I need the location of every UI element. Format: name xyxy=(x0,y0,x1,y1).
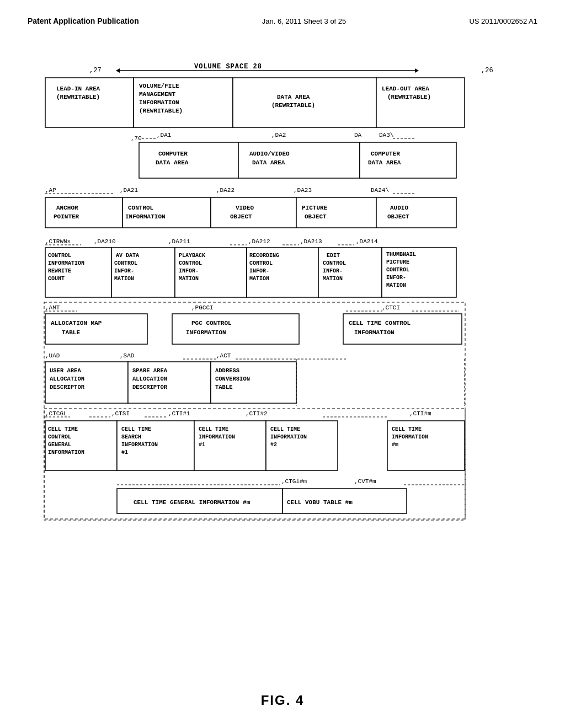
av-data-text1: AV DATA xyxy=(116,253,139,259)
audio-video-text2: DATA AREA xyxy=(252,159,285,166)
ctim-text2: INFORMATION xyxy=(392,434,428,440)
picture-text2: OBJECT xyxy=(305,213,327,220)
ref-27: ,27 xyxy=(89,67,102,74)
cti1-text3: #1 xyxy=(199,442,205,448)
ctcgl-text1: CELL TIME xyxy=(48,426,78,432)
recording-text4: MATION xyxy=(249,276,269,282)
video-text1: VIDEO xyxy=(236,205,254,211)
playback-text2: CONTROL xyxy=(179,260,202,266)
data-area-text2: (REWRITABLE) xyxy=(271,102,315,109)
cti2-text2: INFORMATION xyxy=(270,434,307,440)
da210-label: ,DA210 xyxy=(94,238,116,245)
header: Patent Application Publication Jan. 6, 2… xyxy=(28,17,537,25)
ctcgl-text3: GENERAL xyxy=(48,442,71,448)
cti2-text3: #2 xyxy=(270,442,277,448)
lead-in-text1: LEAD-IN AREA xyxy=(56,85,100,92)
ref-amt: ,AMT xyxy=(45,304,60,311)
computer-data2-text1: COMPUTER xyxy=(371,151,400,157)
ref-ctcgl: ,CTCGL xyxy=(45,410,67,417)
da211-label: ,DA211 xyxy=(168,238,190,245)
ref-cvtm: ,CVT#m xyxy=(354,478,376,485)
edit-text2: CONTROL xyxy=(323,260,346,266)
ctcgl-text4: INFORMATION xyxy=(48,449,84,456)
ctci-text1: CELL TIME CONTROL xyxy=(349,320,411,326)
allocation-map-box xyxy=(45,314,147,344)
diagram-svg: ,27 VOLUME SPACE 28 ,26 LEAD-IN AREA (RE… xyxy=(29,47,536,682)
ctcgl-text2: CONTROL xyxy=(48,434,71,440)
ctrl-info-text2: INFORMATION xyxy=(125,213,166,220)
ctrl-rw-text4: COUNT xyxy=(48,276,65,282)
thumbnail-text4: INFOR- xyxy=(386,275,406,281)
da213-label: ,DA213 xyxy=(300,238,322,245)
cvt-text: CELL VOBU TABLE #m xyxy=(287,499,353,506)
vol-file-text2: MANAGEMENT xyxy=(139,91,175,98)
da23-label: ,DA23 xyxy=(294,187,312,194)
addr-conv-text1: ADDRESS xyxy=(215,367,239,374)
computer-data-text2: DATA AREA xyxy=(156,159,189,166)
computer-data-text1: COMPUTER xyxy=(158,151,188,157)
control-info-box xyxy=(122,197,211,228)
addr-conv-text3: TABLE xyxy=(215,384,233,390)
edit-text1: EDIT xyxy=(327,253,340,259)
ref-cirwns: ,CIRWNs xyxy=(45,238,71,245)
anchor-text1: ANCHOR xyxy=(56,205,78,211)
user-area-text1: USER AREA xyxy=(50,367,81,374)
spare-area-text3: DESCRIPTOR xyxy=(132,384,168,390)
header-patent-num: US 2011/0002652 A1 xyxy=(469,17,537,25)
ref-cti1: ,CTI#1 xyxy=(168,410,190,417)
da212-label: ,DA212 xyxy=(248,238,270,245)
ref-ap: ,AP xyxy=(45,187,56,194)
arrow-left-head xyxy=(116,68,120,73)
ctsi-text4: #1 xyxy=(121,449,128,456)
alloc-map-text1: ALLOCATION MAP xyxy=(51,320,102,326)
edit-text3: INFOR- xyxy=(323,268,343,274)
vol-file-text1: VOLUME/FILE xyxy=(139,83,179,89)
thumbnail-text1: THUMBNAIL xyxy=(386,251,416,258)
video-object-box xyxy=(211,197,296,228)
ref-26: ,26 xyxy=(481,67,493,74)
recording-text2: CONTROL xyxy=(249,260,273,266)
diagram-wrapper: ,27 VOLUME SPACE 28 ,26 LEAD-IN AREA (RE… xyxy=(28,47,537,682)
audio-video-text1: AUDIO/VIDEO xyxy=(249,151,290,157)
ref-70: ,70 xyxy=(131,135,142,142)
header-date-sheet: Jan. 6, 2011 Sheet 3 of 25 xyxy=(262,17,347,25)
user-area-text2: ALLOCATION xyxy=(50,376,84,382)
cti1-text2: INFORMATION xyxy=(199,434,235,440)
computer-data-box xyxy=(139,142,238,178)
ref-sad: ,SAD xyxy=(120,352,135,359)
ctsi-text3: INFORMATION xyxy=(121,442,158,448)
da24-label: DA24\ xyxy=(371,187,389,194)
ref-pgcci: ,PGCCI xyxy=(191,304,214,311)
vol-file-text4: (REWRITABLE) xyxy=(139,108,183,114)
lead-out-text2: (REWRITABLE) xyxy=(387,94,431,100)
ctrl-info-text1: CONTROL xyxy=(128,205,154,211)
lead-out-text1: LEAD-OUT AREA xyxy=(382,85,429,92)
vol-file-text3: INFORMATION xyxy=(139,99,179,106)
audio-text2: OBJECT xyxy=(387,213,409,220)
playback-text4: MATION xyxy=(179,276,199,282)
ref-ctsi: ,CTSI xyxy=(111,410,130,417)
video-text2: OBJECT xyxy=(230,213,252,220)
recording-text1: RECORDING xyxy=(249,253,279,259)
computer-data2-text2: DATA AREA xyxy=(368,159,401,166)
da22-label: ,DA22 xyxy=(216,187,234,194)
ref-cti2: ,CTI#2 xyxy=(246,410,268,417)
lead-in-text2: (REWRITABLE) xyxy=(56,94,100,100)
ctim-text3: #m xyxy=(392,442,398,448)
anchor-text2: POINTER xyxy=(54,213,79,220)
av-data-text4: MATION xyxy=(114,276,134,282)
spare-area-text1: SPARE AREA xyxy=(132,367,168,374)
arrow-right-head xyxy=(415,68,419,73)
ref-ctci: ,CTCI xyxy=(382,304,400,311)
ctsi-text2: SEARCH xyxy=(121,434,141,440)
ctrl-rw-text1: CONTROL xyxy=(48,253,71,259)
av-data-text3: INFOR- xyxy=(114,268,134,274)
ctsi-text1: CELL TIME xyxy=(121,426,151,432)
av-data-text2: CONTROL xyxy=(114,260,137,266)
ctci-text2: INFORMATION xyxy=(354,329,395,336)
pgc-text1: PGC CONTROL xyxy=(191,320,232,326)
ref-ctgim: ,CTGl#m xyxy=(281,478,307,485)
da1-label: ,DA1 xyxy=(157,132,172,138)
ctrl-rw-text2: INFORMATION xyxy=(48,260,84,266)
data-area-text1: DATA AREA xyxy=(277,94,310,100)
